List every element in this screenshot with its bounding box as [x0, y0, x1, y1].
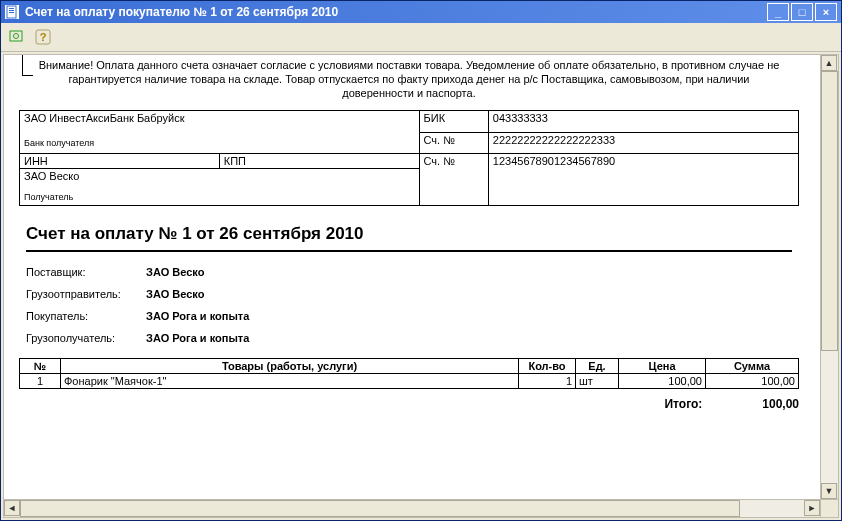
payee-label: Получатель: [24, 192, 415, 202]
document-title: Счет на оплату № 1 от 26 сентября 2010: [26, 224, 792, 244]
svg-rect-4: [10, 31, 22, 41]
vscroll-thumb[interactable]: [821, 71, 838, 351]
horizontal-scrollbar[interactable]: ◄ ►: [4, 499, 820, 517]
kpp-label: КПП: [224, 155, 246, 167]
corr-account-label: Сч. №: [419, 132, 488, 154]
document-page: Внимание! Оплата данного счета означает …: [14, 55, 804, 411]
total-label: Итого:: [664, 397, 702, 411]
scrollbar-corner: [820, 499, 838, 517]
bik-value: 043333333: [488, 111, 798, 133]
col-unit: Ед.: [576, 359, 619, 374]
help-button[interactable]: ?: [33, 27, 53, 47]
item-num: 1: [20, 374, 61, 389]
consignee-value: ЗАО Рога и копыта: [146, 332, 249, 344]
corr-account-value: 22222222222222222333: [488, 132, 798, 154]
supplier-value: ЗАО Веско: [146, 266, 204, 278]
buyer-label: Покупатель:: [26, 310, 146, 322]
item-qty: 1: [519, 374, 576, 389]
item-price: 100,00: [619, 374, 706, 389]
bik-label: БИК: [419, 111, 488, 133]
document-viewport: Внимание! Оплата данного счета означает …: [4, 55, 820, 499]
payee-bank-label: Банк получателя: [24, 138, 415, 148]
svg-point-5: [14, 34, 19, 39]
shipper-label: Грузоотправитель:: [26, 288, 146, 300]
minimize-button[interactable]: _: [767, 3, 789, 21]
shipper-value: ЗАО Веско: [146, 288, 204, 300]
supplier-label: Поставщик:: [26, 266, 146, 278]
page-corner-mark: [22, 55, 33, 76]
app-window: Счет на оплату покупателю № 1 от 26 сент…: [0, 0, 842, 521]
toolbar: ?: [1, 23, 841, 52]
col-name: Товары (работы, услуги): [61, 359, 519, 374]
items-table: № Товары (работы, услуги) Кол-во Ед. Цен…: [19, 358, 799, 389]
vertical-scrollbar[interactable]: ▲ ▼: [820, 55, 838, 499]
buyer-value: ЗАО Рога и копыта: [146, 310, 249, 322]
content-area: Внимание! Оплата данного счета означает …: [3, 54, 839, 518]
print-settings-button[interactable]: [7, 27, 27, 47]
title-separator: [26, 250, 792, 252]
table-row: 1 Фонарик "Маячок-1" 1 шт 100,00 100,00: [20, 374, 799, 389]
maximize-button[interactable]: □: [791, 3, 813, 21]
svg-text:?: ?: [40, 31, 47, 43]
parties-block: Поставщик: ЗАО Веско Грузоотправитель: З…: [26, 266, 792, 344]
total-value: 100,00: [762, 397, 799, 411]
hscroll-track[interactable]: [20, 500, 804, 517]
svg-rect-2: [9, 10, 14, 11]
vscroll-track[interactable]: [821, 71, 838, 483]
svg-rect-1: [9, 8, 14, 9]
payee-name: ЗАО Веско: [24, 170, 415, 182]
scroll-up-button[interactable]: ▲: [821, 55, 837, 71]
item-unit: шт: [576, 374, 619, 389]
scroll-left-button[interactable]: ◄: [4, 500, 20, 516]
titlebar: Счет на оплату покупателю № 1 от 26 сент…: [1, 1, 841, 23]
scroll-down-button[interactable]: ▼: [821, 483, 837, 499]
col-num: №: [20, 359, 61, 374]
item-sum: 100,00: [706, 374, 799, 389]
totals-row: Итого: 100,00: [19, 397, 799, 411]
bank-details-table: ЗАО ИнвестАксиБанк Бабруйск Банк получат…: [19, 110, 799, 206]
item-name: Фонарик "Маячок-1": [61, 374, 519, 389]
settlement-account-value: 12345678901234567890: [488, 154, 798, 206]
svg-rect-3: [9, 12, 14, 13]
notice-text: Внимание! Оплата данного счета означает …: [34, 59, 784, 100]
payee-bank: ЗАО ИнвестАксиБанк Бабруйск: [24, 112, 415, 124]
document-icon: [5, 5, 19, 19]
col-qty: Кол-во: [519, 359, 576, 374]
hscroll-thumb[interactable]: [20, 500, 740, 517]
close-button[interactable]: ×: [815, 3, 837, 21]
col-sum: Сумма: [706, 359, 799, 374]
scroll-right-button[interactable]: ►: [804, 500, 820, 516]
window-title: Счет на оплату покупателю № 1 от 26 сент…: [25, 5, 765, 19]
settlement-account-label: Сч. №: [419, 154, 488, 206]
inn-label: ИНН: [24, 155, 48, 167]
col-price: Цена: [619, 359, 706, 374]
consignee-label: Грузополучатель:: [26, 332, 146, 344]
